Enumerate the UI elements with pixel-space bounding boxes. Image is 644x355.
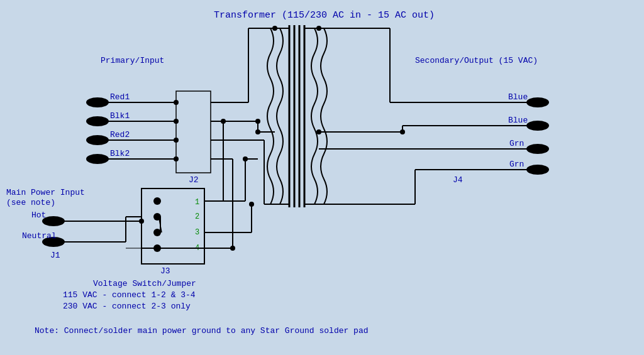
grn2-label: Grn — [509, 160, 524, 169]
svg-point-19 — [86, 135, 109, 145]
svg-point-70 — [526, 144, 549, 154]
svg-point-59 — [526, 97, 549, 107]
j4-label: J4 — [453, 175, 463, 185]
svg-point-81 — [230, 246, 235, 251]
grn1-label: Grn — [509, 139, 524, 148]
vac-115-label: 115 VAC - connect 1-2 & 3-4 — [63, 290, 196, 300]
svg-point-53 — [139, 219, 144, 224]
voltage-switch-label: Voltage Switch/Jumper — [93, 279, 196, 288]
schematic-svg: Transformer (115/230 AC in - 15 AC out) … — [0, 0, 644, 355]
red1-label: Red1 — [110, 92, 130, 102]
svg-point-22 — [86, 154, 109, 164]
j2-label: J2 — [189, 175, 199, 185]
main-power-label: Main Power Input — [6, 188, 85, 197]
svg-point-17 — [174, 119, 179, 124]
j3-label: J3 — [160, 266, 170, 276]
vac-230-label: 230 VAC - connect 2-3 only — [63, 302, 191, 311]
blk2-label: Blk2 — [110, 149, 130, 158]
diagram: Transformer (115/230 AC in - 15 AC out) … — [0, 0, 644, 355]
hot-label: Hot — [31, 210, 46, 220]
svg-point-16 — [86, 116, 109, 126]
note-label: Note: Connect/solder main power ground t… — [35, 326, 369, 336]
blue2-label: Blue — [508, 116, 528, 125]
svg-point-14 — [174, 100, 179, 105]
svg-point-37 — [153, 197, 161, 205]
svg-point-86 — [221, 119, 226, 124]
svg-point-23 — [174, 156, 179, 161]
pin1-label: 1 — [195, 198, 199, 207]
pin2-label: 2 — [195, 212, 199, 221]
svg-point-20 — [174, 138, 179, 143]
blue1-label: Blue — [508, 92, 528, 102]
secondary-label: Secondary/Output (15 VAC) — [415, 56, 538, 65]
blk1-label: Blk1 — [110, 111, 130, 121]
svg-point-73 — [526, 165, 549, 175]
svg-rect-11 — [176, 91, 211, 173]
svg-point-77 — [400, 129, 405, 134]
svg-point-46 — [243, 156, 248, 161]
svg-point-64 — [526, 121, 549, 131]
primary-label: Primary/Input — [101, 56, 164, 65]
title-text: Transformer (115/230 AC in - 15 AC out) — [214, 10, 435, 21]
j1-label: J1 — [50, 251, 60, 260]
neutral-label: Neutral — [22, 231, 57, 241]
svg-point-49 — [249, 202, 254, 207]
red2-label: Red2 — [110, 130, 130, 139]
pin3-label: 3 — [195, 228, 199, 237]
svg-point-13 — [86, 97, 109, 107]
main-power-note: (see note) — [6, 198, 55, 207]
svg-point-29 — [255, 119, 260, 124]
svg-point-66 — [316, 129, 321, 134]
